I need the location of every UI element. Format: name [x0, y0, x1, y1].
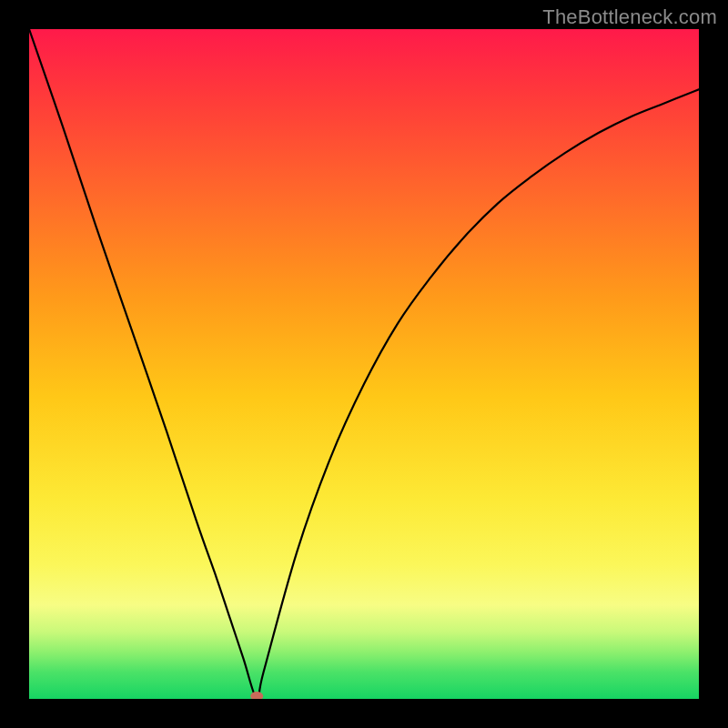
chart-canvas: TheBottleneck.com	[0, 0, 728, 728]
optimum-marker	[250, 692, 263, 699]
bottleneck-curve	[29, 29, 699, 699]
plot-area	[29, 29, 699, 699]
chart-svg	[29, 29, 699, 699]
watermark-text: TheBottleneck.com	[542, 5, 717, 29]
